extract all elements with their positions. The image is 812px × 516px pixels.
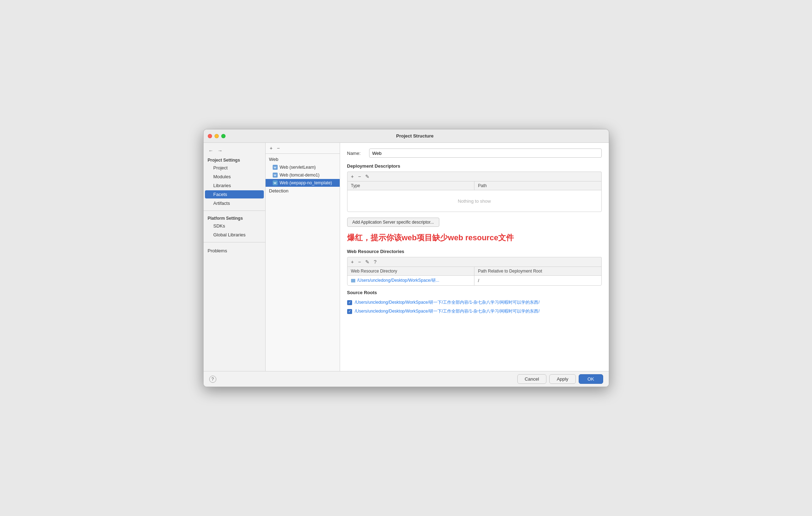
back-button[interactable]: ← — [207, 147, 215, 154]
window-title: Project Structure — [226, 133, 605, 139]
source-root-checkbox-2[interactable] — [347, 309, 352, 314]
source-roots-section: Source Roots /Users/uncledong/Desktop/Wo… — [347, 290, 602, 316]
add-facet-button[interactable]: + — [268, 145, 274, 151]
apply-button[interactable]: Apply — [549, 374, 576, 384]
tree-item-servlet[interactable]: W Web (servletLearn) — [266, 163, 340, 171]
web-facet-icon-3: W — [273, 180, 278, 185]
tree-item-label-1: Web (servletLearn) — [280, 165, 316, 170]
sidebar-divider — [204, 211, 265, 211]
dd-table: Type Path Nothing to show — [347, 181, 602, 212]
wr-relative-cell: / — [474, 276, 601, 285]
tree-item-tomcat[interactable]: W Web (tomcat-demo1) — [266, 171, 340, 179]
main-content: ← → Project Settings Project Modules Lib… — [204, 143, 609, 371]
dd-path-col: Path — [474, 181, 601, 190]
wr-add-button[interactable]: + — [350, 259, 355, 265]
dd-remove-button[interactable]: − — [357, 173, 362, 180]
source-root-label-1: /Users/uncledong/Desktop/WorkSpace/研一下/工… — [355, 299, 540, 305]
dd-table-header: Type Path — [347, 181, 601, 190]
detection-label: Detection — [266, 187, 340, 195]
project-structure-window: Project Structure ← → Project Settings P… — [203, 129, 609, 387]
sidebar-item-problems[interactable]: Problems — [204, 247, 265, 255]
wr-edit-button[interactable]: ✎ — [364, 259, 371, 265]
nothing-to-show: Nothing to show — [458, 198, 491, 204]
sidebar: ← → Project Settings Project Modules Lib… — [204, 143, 266, 371]
wr-path-col: Path Relative to Deployment Root — [474, 267, 601, 275]
wr-remove-button[interactable]: − — [357, 259, 362, 265]
sidebar-divider-2 — [204, 242, 265, 242]
right-panel: Name: Deployment Descriptors + − ✎ Type … — [340, 143, 609, 371]
sidebar-nav: ← → — [204, 146, 265, 156]
sidebar-item-project[interactable]: Project — [205, 164, 264, 172]
center-tree: Web W Web (servletLearn) W Web (tomcat-d… — [266, 154, 340, 371]
deployment-descriptors-header: Deployment Descriptors — [347, 163, 602, 169]
wr-table: Web Resource Directory Path Relative to … — [347, 267, 602, 286]
tree-item-label-3: Web (wepapp-no_template) — [280, 180, 332, 185]
sidebar-item-global-libraries[interactable]: Global Libraries — [205, 231, 264, 239]
remove-facet-button[interactable]: − — [276, 145, 281, 151]
wr-table-header: Web Resource Directory Path Relative to … — [347, 267, 601, 276]
bottom-left: ? — [209, 376, 216, 383]
platform-settings-section: Platform Settings — [204, 214, 265, 221]
forward-button[interactable]: → — [216, 147, 224, 154]
dd-edit-button[interactable]: ✎ — [364, 173, 371, 180]
tree-item-label-2: Web (tomcat-demo1) — [280, 173, 319, 178]
project-settings-section: Project Settings — [204, 156, 265, 163]
traffic-lights — [208, 134, 226, 138]
source-root-label-2: /Users/uncledong/Desktop/WorkSpace/研一下/工… — [355, 308, 540, 314]
source-root-checkbox-1[interactable] — [347, 300, 352, 305]
web-facet-icon-1: W — [273, 165, 278, 170]
wr-table-row[interactable]: /Users/uncledong/Desktop/WorkSpace/研... … — [347, 276, 601, 285]
name-input[interactable] — [369, 148, 602, 158]
sidebar-item-sdks[interactable]: SDKs — [205, 222, 264, 230]
titlebar: Project Structure — [204, 129, 609, 143]
wr-dir-col: Web Resource Directory — [347, 267, 475, 275]
dd-type-col: Type — [347, 181, 475, 190]
center-toolbar: + − — [266, 143, 340, 154]
source-roots-header: Source Roots — [347, 290, 602, 295]
name-field-row: Name: — [347, 148, 602, 158]
sidebar-item-facets[interactable]: Facets — [205, 190, 264, 198]
tree-item-wepapp[interactable]: W Web (wepapp-no_template) — [266, 179, 340, 187]
name-label: Name: — [347, 151, 365, 156]
center-panel: + − Web W Web (servletLearn) W Web (tomc… — [266, 143, 340, 371]
web-facet-icon-2: W — [273, 173, 278, 178]
wr-help-button[interactable]: ? — [372, 259, 378, 265]
folder-icon — [351, 279, 355, 282]
sidebar-item-libraries[interactable]: Libraries — [205, 181, 264, 190]
bottom-bar: ? Cancel Apply OK — [204, 371, 609, 387]
web-resource-header: Web Resource Directories — [347, 249, 602, 254]
dd-table-body: Nothing to show — [347, 190, 601, 212]
source-root-row-2[interactable]: /Users/uncledong/Desktop/WorkSpace/研一下/工… — [347, 307, 602, 316]
add-server-descriptor-button[interactable]: Add Application Server specific descript… — [347, 218, 439, 227]
wr-path-cell: /Users/uncledong/Desktop/WorkSpace/研... — [347, 276, 475, 285]
source-root-row-1[interactable]: /Users/uncledong/Desktop/WorkSpace/研一下/工… — [347, 298, 602, 307]
dd-add-button[interactable]: + — [350, 173, 355, 180]
maximize-button[interactable] — [221, 134, 226, 138]
close-button[interactable] — [208, 134, 212, 138]
sidebar-item-artifacts[interactable]: Artifacts — [205, 199, 264, 207]
wr-toolbar: + − ✎ ? — [347, 257, 602, 267]
web-resource-section: Web Resource Directories + − ✎ ? Web Res… — [347, 249, 602, 286]
annotation-text: 爆红，提示你该web项目缺少web resource文件 — [347, 232, 602, 243]
sidebar-item-modules[interactable]: Modules — [205, 173, 264, 181]
dd-toolbar: + − ✎ — [347, 172, 602, 181]
ok-button[interactable]: OK — [579, 374, 603, 384]
right-content: Name: Deployment Descriptors + − ✎ Type … — [340, 143, 609, 371]
help-button[interactable]: ? — [209, 376, 216, 383]
minimize-button[interactable] — [215, 134, 219, 138]
web-group-label: Web — [266, 155, 340, 163]
bottom-right: Cancel Apply OK — [517, 374, 603, 384]
cancel-button[interactable]: Cancel — [517, 374, 546, 384]
